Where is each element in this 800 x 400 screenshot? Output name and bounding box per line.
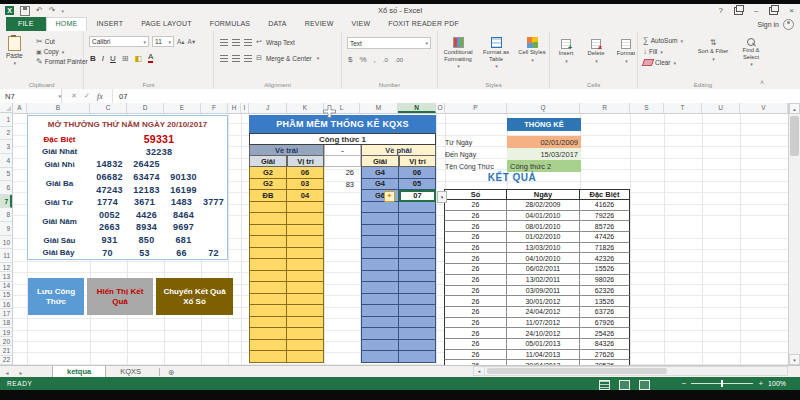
align-right-icon[interactable] xyxy=(244,55,252,62)
vertical-scrollbar[interactable]: ▴ ▾ xyxy=(788,103,800,365)
right-giai-cell[interactable] xyxy=(361,236,399,248)
right-vitri-cell[interactable] xyxy=(399,305,436,317)
ribbon-tab-page-layout[interactable]: PAGE LAYOUT xyxy=(132,17,201,31)
cut-button[interactable]: ✂ Cut xyxy=(36,37,88,46)
right-giai-cell[interactable] xyxy=(361,328,399,340)
column-header-P[interactable]: P xyxy=(445,103,507,113)
font-name-select[interactable]: Calibri▾ xyxy=(89,36,149,47)
row-header-11[interactable]: 11 xyxy=(0,249,12,263)
name-box-dropdown-icon[interactable]: ▾ xyxy=(58,93,61,99)
row-header-2[interactable]: 2 xyxy=(0,127,12,141)
restore-icon[interactable] xyxy=(769,7,778,15)
grow-font-icon[interactable]: A▴ xyxy=(177,38,185,46)
right-vitri-cell[interactable] xyxy=(399,259,436,271)
left-vitri-cell[interactable] xyxy=(287,225,324,237)
zoom-slider[interactable] xyxy=(691,383,753,384)
left-giai-cell[interactable] xyxy=(249,202,287,214)
align-bottom-icon[interactable] xyxy=(244,39,252,46)
insert-function-icon[interactable]: fx xyxy=(97,92,103,101)
left-giai-cell[interactable] xyxy=(249,340,287,352)
left-vitri-cell[interactable] xyxy=(287,328,324,340)
column-header-J[interactable]: J xyxy=(249,103,287,113)
mid-value-cell[interactable] xyxy=(324,294,361,306)
row-header-9[interactable]: 9 xyxy=(0,222,12,236)
insert-cells-button[interactable]: Insert ▾ xyxy=(552,39,580,64)
left-giai-cell[interactable] xyxy=(249,317,287,329)
format-as-table-button[interactable]: Format as Table ▾ xyxy=(478,37,514,69)
collapse-ribbon-icon[interactable]: ˄ xyxy=(760,79,764,86)
left-giai-cell[interactable] xyxy=(249,351,287,363)
mid-value-cell[interactable] xyxy=(324,259,361,271)
number-format-select[interactable]: Text▾ xyxy=(347,37,431,49)
right-vitri-cell[interactable] xyxy=(399,282,436,294)
scroll-down-icon[interactable]: ▾ xyxy=(789,354,800,365)
left-vitri-cell[interactable]: 06 xyxy=(287,167,324,179)
left-vitri-cell[interactable] xyxy=(287,213,324,225)
zoom-out-icon[interactable]: − xyxy=(682,377,687,390)
ribbon-tab-file[interactable]: FILE xyxy=(6,17,46,31)
merge-center-button[interactable]: Merge & Center xyxy=(266,55,312,62)
column-header-F[interactable]: F xyxy=(201,103,228,113)
right-vitri-cell[interactable] xyxy=(399,340,436,352)
horizontal-scroll-thumb[interactable] xyxy=(487,368,667,374)
scroll-left-icon[interactable]: ◂ xyxy=(474,367,485,375)
right-giai-cell[interactable] xyxy=(361,340,399,352)
left-giai-cell[interactable] xyxy=(249,328,287,340)
left-giai-cell[interactable] xyxy=(249,248,287,260)
mid-value-cell[interactable] xyxy=(324,236,361,248)
row-header-6[interactable]: 6 xyxy=(0,181,12,195)
page-layout-view-icon[interactable] xyxy=(619,380,630,390)
fill-color-icon[interactable]: ◧ xyxy=(135,54,143,63)
right-vitri-cell[interactable] xyxy=(399,225,436,237)
column-header-H[interactable]: H xyxy=(228,103,241,113)
right-giai-cell[interactable] xyxy=(361,213,399,225)
action-button-2[interactable]: Hiển Thị Kết Quả xyxy=(87,278,153,315)
zoom-slider-thumb[interactable] xyxy=(721,380,723,387)
zoom-in-icon[interactable]: + xyxy=(758,377,763,390)
normal-view-icon[interactable] xyxy=(599,380,610,390)
paste-button[interactable]: Paste ▾ xyxy=(6,36,23,66)
left-vitri-cell[interactable] xyxy=(287,282,324,294)
ribbon-tab-data[interactable]: DATA xyxy=(259,17,295,31)
align-center-icon[interactable] xyxy=(232,55,240,62)
row-header-15[interactable]: 15 xyxy=(0,291,12,300)
left-vitri-cell[interactable] xyxy=(287,271,324,283)
right-giai-cell[interactable]: G6✦ xyxy=(361,190,399,202)
row-header-19[interactable]: 19 xyxy=(0,328,12,337)
fill-button[interactable]: ↓ Fill ▾ xyxy=(643,47,683,56)
accounting-format-icon[interactable]: $ xyxy=(348,55,352,64)
right-giai-cell[interactable] xyxy=(361,317,399,329)
shrink-font-icon[interactable]: A▾ xyxy=(188,38,196,46)
decrease-decimal-icon[interactable]: .00 xyxy=(395,57,403,63)
left-vitri-cell[interactable] xyxy=(287,351,324,363)
left-vitri-cell[interactable] xyxy=(287,248,324,260)
mid-value-cell[interactable] xyxy=(324,317,361,329)
right-giai-cell[interactable] xyxy=(361,259,399,271)
data-validation-dropdown-icon[interactable]: ▾ xyxy=(437,191,447,203)
ribbon-tab-insert[interactable]: INSERT xyxy=(87,17,132,31)
cell-styles-button[interactable]: Cell Styles ▾ xyxy=(516,37,548,69)
delete-cells-button[interactable]: Delete ▾ xyxy=(582,39,610,64)
row-header-18[interactable]: 18 xyxy=(0,319,12,328)
left-vitri-cell[interactable] xyxy=(287,236,324,248)
underline-button[interactable]: U xyxy=(110,54,116,63)
row-header-17[interactable]: 17 xyxy=(0,309,12,318)
merge-center-icon[interactable]: ⊟ xyxy=(256,54,262,62)
mid-value-cell[interactable]: 26 xyxy=(324,167,361,179)
right-vitri-cell-selected[interactable]: 07 xyxy=(399,190,436,202)
left-giai-cell[interactable] xyxy=(249,236,287,248)
column-header-N[interactable]: N xyxy=(398,103,436,113)
row-header-4[interactable]: 4 xyxy=(0,154,12,168)
row-header-22[interactable]: 22 xyxy=(0,356,12,365)
left-giai-cell[interactable] xyxy=(249,282,287,294)
left-giai-cell[interactable] xyxy=(249,259,287,271)
page-break-view-icon[interactable] xyxy=(639,380,650,390)
from-date-value[interactable]: 02/01/2009 xyxy=(507,136,581,148)
formula-input[interactable]: 07 xyxy=(113,89,800,103)
right-giai-cell[interactable]: G4 xyxy=(361,167,399,179)
ribbon-tab-view[interactable]: VIEW xyxy=(343,17,380,31)
left-vitri-cell[interactable]: 03 xyxy=(287,179,324,191)
find-select-button[interactable]: Find & Select ▾ xyxy=(734,38,768,67)
sort-filter-button[interactable]: ⇅ Sort & Filter ▾ xyxy=(696,38,730,67)
column-header-U[interactable]: U xyxy=(702,103,740,113)
